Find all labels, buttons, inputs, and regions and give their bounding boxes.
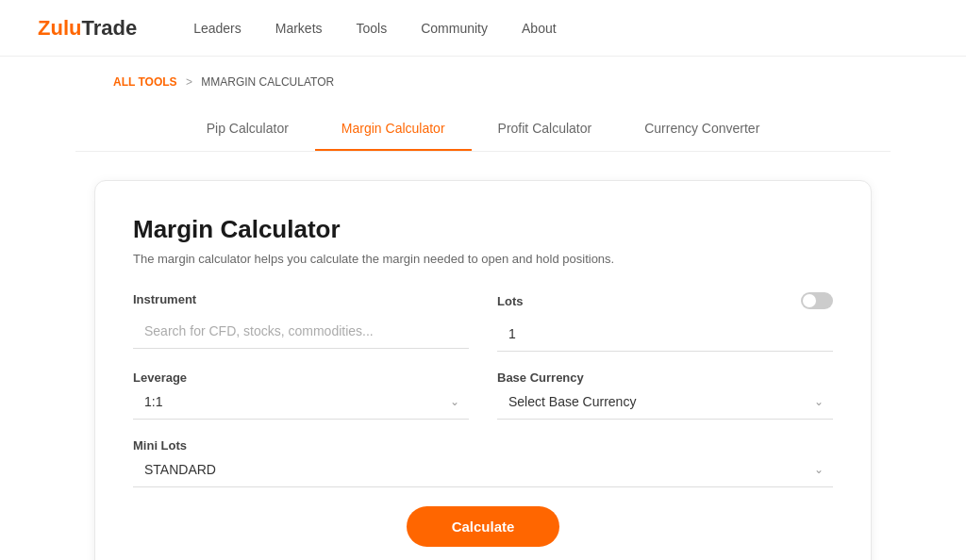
card-description: The margin calculator helps you calculat… — [133, 252, 833, 266]
leverage-select-wrapper: 1:1 1:2 1:5 1:10 1:20 1:50 1:100 1:200 1… — [133, 385, 469, 420]
lots-input[interactable] — [497, 317, 833, 352]
base-currency-label: Base Currency — [497, 371, 833, 385]
tabs-container: Pip CalculatorMargin CalculatorProfit Ca… — [75, 107, 891, 152]
leverage-select[interactable]: 1:1 1:2 1:5 1:10 1:20 1:50 1:100 1:200 1… — [133, 385, 469, 419]
base-currency-select-wrapper: Select Base Currency USD EUR GBP JPY AUD… — [497, 385, 833, 420]
leverage-group: Leverage 1:1 1:2 1:5 1:10 1:20 1:50 1:10… — [133, 371, 469, 420]
instrument-label: Instrument — [133, 292, 196, 306]
instrument-group: Instrument — [133, 292, 469, 352]
mini-lots-select-wrapper: STANDARD MINI MICRO ⌄ — [133, 453, 833, 487]
nav-item-markets[interactable]: Markets — [275, 21, 323, 36]
calculator-card: Margin Calculator The margin calculator … — [94, 180, 872, 560]
lots-label: Lots — [497, 294, 523, 308]
tab-margin[interactable]: Margin Calculator — [315, 107, 472, 151]
logo-trade: Trade — [81, 16, 137, 41]
nav-item-community[interactable]: Community — [421, 21, 488, 36]
tab-pip[interactable]: Pip Calculator — [180, 107, 315, 151]
lots-group: Lots — [497, 292, 833, 352]
breadcrumb: ALL TOOLS > MMARGIN CALCULATOR — [0, 57, 966, 107]
breadcrumb-link[interactable]: ALL TOOLS — [113, 75, 177, 89]
lots-toggle-container — [801, 292, 833, 309]
form-row-1: Instrument Lots — [133, 292, 833, 352]
logo[interactable]: ZuluTrade — [38, 16, 137, 41]
mini-lots-label: Mini Lots — [133, 438, 833, 453]
mini-lots-select[interactable]: STANDARD MINI MICRO — [133, 453, 833, 486]
calculate-button[interactable]: Calculate — [407, 506, 560, 547]
card-wrapper: Margin Calculator The margin calculator … — [0, 180, 966, 560]
form-row-2: Leverage 1:1 1:2 1:5 1:10 1:20 1:50 1:10… — [133, 371, 833, 420]
nav-item-tools[interactable]: Tools — [357, 21, 388, 36]
tab-profit[interactable]: Profit Calculator — [472, 107, 619, 151]
nav-item-leaders[interactable]: Leaders — [193, 21, 242, 36]
form-row-3: Mini Lots STANDARD MINI MICRO ⌄ — [133, 438, 833, 487]
main-nav: LeadersMarketsToolsCommunityAbout — [193, 21, 556, 36]
leverage-label: Leverage — [133, 371, 469, 385]
header: ZuluTrade LeadersMarketsToolsCommunityAb… — [0, 0, 966, 57]
instrument-input[interactable] — [133, 314, 469, 349]
lots-toggle[interactable] — [801, 292, 833, 309]
breadcrumb-separator: > — [186, 75, 192, 89]
nav-item-about[interactable]: About — [522, 21, 557, 36]
tab-currency[interactable]: Currency Converter — [618, 107, 786, 151]
card-title: Margin Calculator — [133, 215, 833, 244]
mini-lots-group: Mini Lots STANDARD MINI MICRO ⌄ — [133, 438, 833, 487]
logo-zulu: Zulu — [38, 16, 81, 41]
base-currency-group: Base Currency Select Base Currency USD E… — [497, 371, 833, 420]
base-currency-select[interactable]: Select Base Currency USD EUR GBP JPY AUD… — [497, 385, 833, 419]
breadcrumb-current: MMARGIN CALCULATOR — [201, 75, 334, 89]
